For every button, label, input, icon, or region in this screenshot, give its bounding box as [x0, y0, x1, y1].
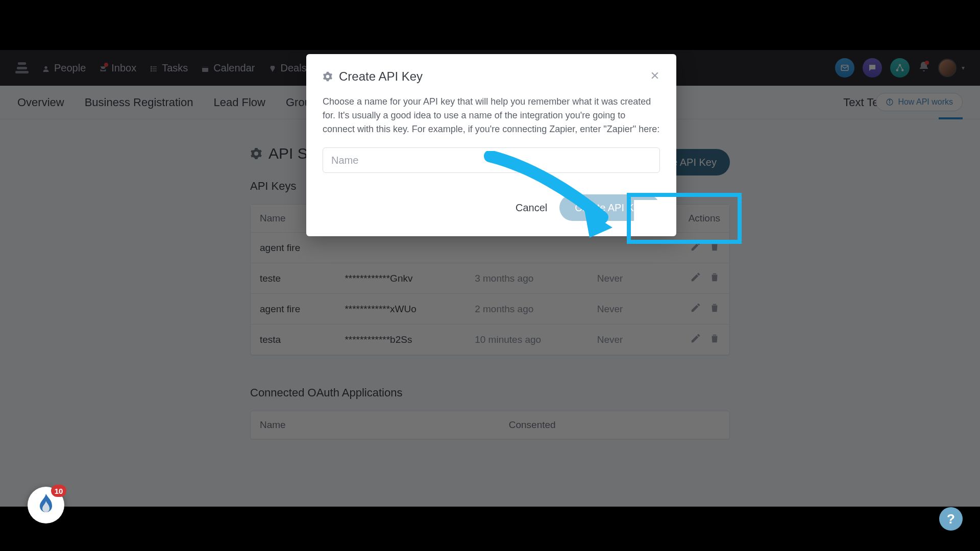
- modal-close-button[interactable]: [650, 69, 660, 84]
- modal-cancel-button[interactable]: Cancel: [516, 202, 547, 214]
- modal-create-button[interactable]: Create API Key: [559, 194, 660, 221]
- modal-actions: Cancel Create API Key: [323, 194, 660, 221]
- close-icon: [650, 70, 660, 81]
- question-icon: ?: [947, 511, 955, 527]
- create-api-key-modal: Create API Key Choose a name for your AP…: [306, 54, 676, 236]
- modal-description: Choose a name for your API key that will…: [323, 95, 660, 136]
- flame-badge: 10: [51, 485, 66, 497]
- flame-widget[interactable]: 10: [28, 487, 64, 523]
- help-button[interactable]: ?: [939, 507, 963, 531]
- api-key-name-input[interactable]: [323, 147, 660, 173]
- flame-icon: [36, 493, 56, 517]
- modal-title: Create API Key: [323, 69, 423, 84]
- modal-header: Create API Key: [323, 69, 660, 84]
- gear-icon: [323, 71, 333, 82]
- modal-title-text: Create API Key: [339, 69, 423, 84]
